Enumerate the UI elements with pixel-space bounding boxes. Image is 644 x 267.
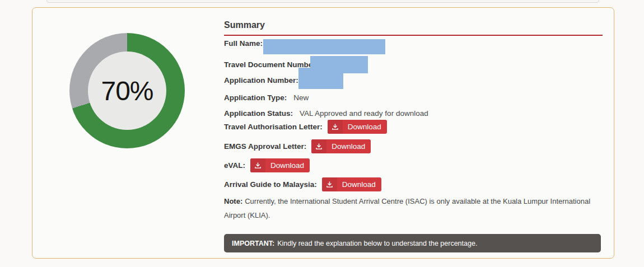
- field-application-status: Application Status: VAL Approved and rea…: [224, 106, 428, 120]
- progress-donut: 70%: [69, 33, 185, 148]
- download-travel-authorisation-letter-button[interactable]: Download: [328, 120, 387, 134]
- download-button-label: Download: [343, 120, 387, 134]
- redaction-box: [298, 68, 343, 89]
- row-travel-authorisation-letter: Travel Authorisation Letter: Download: [224, 120, 387, 134]
- travel-authorisation-letter-label: Travel Authorisation Letter:: [224, 123, 323, 131]
- progress-percent-label: 70%: [101, 76, 153, 106]
- field-application-type: Application Type: New: [224, 90, 309, 105]
- download-button-label: Download: [326, 139, 371, 153]
- application-status-value: VAL Approved and ready for download: [300, 109, 428, 118]
- important-banner-text: Kindly read the explanation below to und…: [277, 240, 477, 247]
- summary-title: Summary: [224, 20, 265, 30]
- arrival-guide-label: Arrival Guide to Malaysia:: [224, 180, 317, 189]
- download-icon: [311, 139, 326, 153]
- download-button-label: Download: [265, 158, 310, 172]
- progress-donut-hole: 70%: [88, 51, 166, 130]
- row-emgs-approval-letter: EMGS Approval Letter: Download: [224, 139, 371, 153]
- emgs-approval-letter-label: EMGS Approval Letter:: [224, 142, 306, 151]
- important-banner: IMPORTANT:Kindly read the explanation be…: [224, 234, 601, 252]
- download-button-label: Download: [337, 177, 381, 191]
- download-eval-button[interactable]: Download: [250, 158, 310, 172]
- summary-title-rule: [224, 35, 603, 36]
- row-eval: eVAL: Download: [224, 158, 310, 172]
- row-arrival-guide: Arrival Guide to Malaysia: Download: [224, 177, 381, 191]
- redaction-box: [263, 39, 385, 54]
- eval-label: eVAL:: [224, 161, 245, 170]
- important-banner-label: IMPORTANT:: [232, 240, 274, 247]
- application-status-label: Application Status:: [224, 109, 293, 118]
- field-application-number: Application Number:: [224, 73, 298, 87]
- application-number-label: Application Number:: [224, 76, 298, 85]
- download-icon: [250, 158, 265, 172]
- full-name-label: Full Name:: [224, 39, 263, 48]
- application-type-label: Application Type:: [224, 93, 287, 102]
- note-text: Currently, the International Student Arr…: [224, 197, 590, 219]
- download-emgs-approval-letter-button[interactable]: Download: [311, 139, 371, 153]
- isac-note: Note:Currently, the International Studen…: [224, 194, 610, 222]
- field-full-name: Full Name:: [224, 36, 263, 50]
- previous-section-edge: [46, 0, 599, 3]
- download-arrival-guide-button[interactable]: Download: [322, 177, 381, 191]
- download-icon: [322, 177, 337, 191]
- application-summary-page: 70% Summary Full Name: Travel Document N…: [0, 0, 644, 267]
- application-type-value: New: [293, 93, 309, 102]
- note-label: Note:: [224, 197, 242, 205]
- download-icon: [328, 120, 343, 134]
